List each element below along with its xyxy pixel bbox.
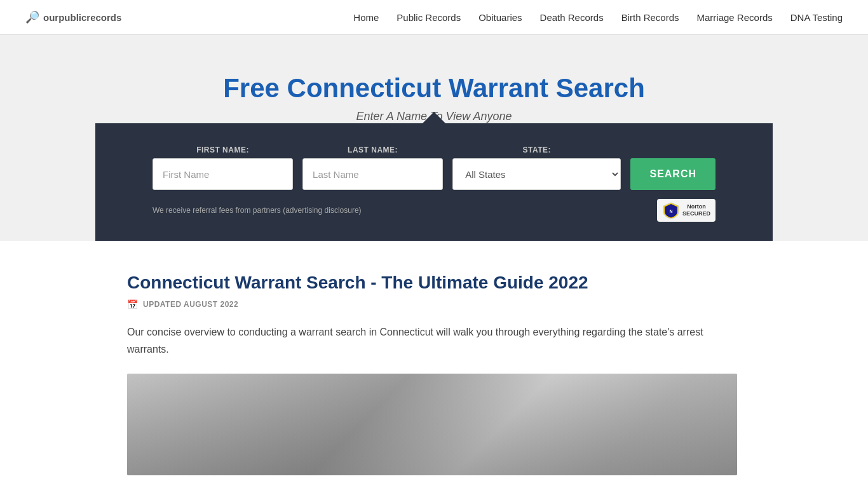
article-title: Connecticut Warrant Search - The Ultimat… — [127, 273, 741, 293]
calendar-icon: 📅 — [127, 299, 138, 309]
first-name-input[interactable] — [153, 158, 293, 190]
last-name-group: LAST NAME: — [302, 146, 443, 190]
hero-section: Free Connecticut Warrant Search Enter A … — [0, 35, 868, 241]
search-button[interactable]: SEARCH — [630, 158, 715, 190]
last-name-label: LAST NAME: — [302, 146, 443, 154]
disclaimer-text: We receive referral fees from partners (… — [153, 206, 362, 215]
norton-badge: N Norton SECURED — [657, 199, 715, 222]
nav-dna-testing[interactable]: DNA Testing — [790, 12, 843, 23]
nav-public-records[interactable]: Public Records — [397, 12, 461, 23]
article-body: Our concise overview to conducting a war… — [127, 323, 741, 358]
logo[interactable]: 🔎 ourpublicrecords — [25, 10, 121, 24]
nav-birth-records[interactable]: Birth Records — [621, 12, 679, 23]
disclaimer-row: We receive referral fees from partners (… — [153, 199, 715, 222]
search-fields: FIRST NAME: LAST NAME: STATE: All States… — [153, 146, 715, 190]
nav-marriage-records[interactable]: Marriage Records — [697, 12, 773, 23]
norton-icon: N — [662, 201, 680, 219]
nav-obituaries[interactable]: Obituaries — [478, 12, 522, 23]
state-select[interactable]: All States Alabama Alaska Arizona Arkans… — [452, 158, 621, 190]
first-name-group: FIRST NAME: — [153, 146, 293, 190]
state-group: STATE: All States Alabama Alaska Arizona… — [452, 146, 621, 190]
last-name-input[interactable] — [302, 158, 443, 190]
svg-text:N: N — [669, 209, 672, 214]
main-nav: Home Public Records Obituaries Death Rec… — [353, 12, 843, 23]
logo-text: ourpublicrecords — [43, 12, 121, 23]
state-label: STATE: — [452, 146, 621, 154]
nav-death-records[interactable]: Death Records — [540, 12, 604, 23]
search-box: FIRST NAME: LAST NAME: STATE: All States… — [95, 123, 773, 241]
norton-text: Norton SECURED — [682, 203, 710, 217]
first-name-label: FIRST NAME: — [153, 146, 293, 154]
nav-home[interactable]: Home — [353, 12, 379, 23]
site-header: 🔎 ourpublicrecords Home Public Records O… — [0, 0, 868, 35]
logo-icon: 🔎 — [25, 10, 39, 24]
article-date: UPDATED AUGUST 2022 — [143, 300, 238, 309]
article-meta: 📅 UPDATED AUGUST 2022 — [127, 299, 741, 309]
page-title: Free Connecticut Warrant Search — [13, 73, 855, 104]
content-section: Connecticut Warrant Search - The Ultimat… — [0, 241, 868, 488]
article-image — [127, 374, 737, 475]
